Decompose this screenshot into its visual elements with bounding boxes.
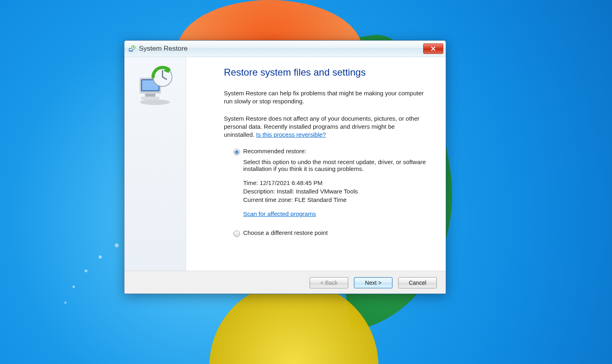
- wizard-content: Restore system files and settings System…: [186, 57, 446, 271]
- close-icon: [430, 46, 436, 51]
- restore-description: Description: Install: Installed VMware T…: [243, 188, 426, 195]
- system-restore-icon: [128, 45, 136, 52]
- option-different-label: Choose a different restore point: [243, 229, 328, 236]
- reversible-help-link[interactable]: Is this process reversible?: [256, 131, 326, 138]
- intro-paragraph-2: System Restore does not affect any of yo…: [224, 115, 426, 139]
- title-bar[interactable]: System Restore: [124, 41, 446, 57]
- svg-rect-8: [141, 97, 159, 100]
- cancel-button[interactable]: Cancel: [398, 277, 437, 288]
- page-heading: Restore system files and settings: [224, 67, 426, 78]
- svg-point-3: [140, 99, 170, 105]
- option-recommended[interactable]: Recommended restore:: [234, 148, 426, 155]
- option-different[interactable]: Choose a different restore point: [234, 229, 426, 237]
- radio-recommended[interactable]: [234, 149, 240, 155]
- back-button[interactable]: < Back: [310, 277, 348, 288]
- close-button[interactable]: [423, 43, 443, 54]
- restore-timezone: Current time zone: FLE Standard Time: [243, 196, 426, 203]
- system-restore-window: System Restore: [124, 40, 446, 294]
- recommended-desc: Select this option to undo the most rece…: [243, 158, 426, 172]
- next-button[interactable]: Next >: [354, 277, 393, 288]
- wizard-sidebar: [124, 57, 186, 271]
- wizard-footer: < Back Next > Cancel: [124, 271, 446, 294]
- option-recommended-body: Select this option to undo the most rece…: [243, 158, 426, 217]
- scan-affected-programs-link[interactable]: Scan for affected programs: [243, 210, 316, 217]
- option-recommended-label: Recommended restore:: [243, 148, 306, 154]
- intro-paragraph-1: System Restore can help fix problems tha…: [224, 89, 426, 106]
- restore-time: Time: 12/17/2021 6:48:45 PM: [243, 179, 426, 186]
- svg-rect-7: [145, 94, 155, 97]
- radio-different[interactable]: [234, 230, 240, 237]
- window-title: System Restore: [139, 45, 423, 53]
- system-restore-large-icon: [133, 64, 177, 108]
